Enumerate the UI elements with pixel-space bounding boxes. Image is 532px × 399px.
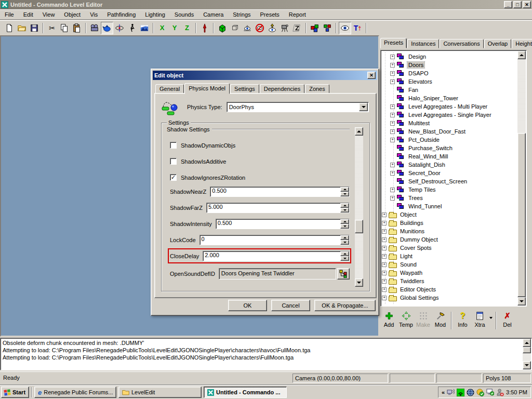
tree-item[interactable]: + Multitest bbox=[382, 119, 517, 127]
tree-item[interactable]: + Waypath bbox=[382, 269, 517, 277]
temp-button[interactable]: Temp bbox=[397, 310, 415, 328]
xtra-button[interactable]: Xtra bbox=[471, 310, 488, 328]
field-input[interactable]: 0.500 bbox=[216, 219, 350, 229]
dialog-tab[interactable]: Zones bbox=[305, 84, 329, 94]
tree-item[interactable]: + Twiddlers bbox=[382, 277, 517, 285]
checkbox[interactable]: ✓ bbox=[170, 142, 177, 149]
minimize-button[interactable]: _ bbox=[504, 1, 512, 8]
tree-item[interactable]: + Global Settings bbox=[382, 294, 517, 302]
physics-type-combobox[interactable]: DoorPhys bbox=[227, 102, 369, 112]
wireless-signal-icon[interactable] bbox=[457, 389, 464, 396]
tree-item[interactable]: + Fan bbox=[382, 86, 517, 94]
tree-item[interactable]: + Doors bbox=[382, 61, 517, 69]
checkbox[interactable]: ✓ bbox=[170, 158, 177, 165]
visibility-triangle-icon[interactable] bbox=[241, 22, 254, 34]
panel-tab[interactable]: Instances bbox=[407, 39, 439, 48]
save-icon[interactable] bbox=[28, 22, 41, 34]
eye-toggle-icon[interactable] bbox=[339, 22, 351, 34]
paste-icon[interactable] bbox=[71, 22, 83, 34]
cancel-button[interactable]: Cancel bbox=[271, 300, 310, 311]
close-button[interactable]: ✕ bbox=[523, 1, 531, 8]
log-scrollbar[interactable] bbox=[523, 339, 531, 369]
teapot-render-icon[interactable] bbox=[101, 22, 113, 34]
scroll-down-icon[interactable] bbox=[355, 278, 363, 287]
start-button[interactable]: Start bbox=[1, 387, 29, 398]
tree-item[interactable]: + Self_Destrouct_Screen bbox=[382, 177, 517, 185]
combo-dropdown-icon[interactable] bbox=[359, 103, 368, 111]
cut-icon[interactable]: ✂ bbox=[46, 22, 58, 34]
axis-z-icon[interactable]: Z bbox=[181, 22, 193, 34]
task-leveledit-folder[interactable]: LevelEdit bbox=[118, 387, 202, 398]
tree-item[interactable]: + Design bbox=[382, 52, 517, 61]
checkbox[interactable]: ✓ bbox=[170, 174, 177, 181]
scroll-up-icon[interactable] bbox=[355, 127, 363, 136]
tree-expander-icon[interactable]: + bbox=[382, 296, 387, 300]
tree-item[interactable]: + Halo_Sniper_Tower bbox=[382, 94, 517, 102]
tree-expander-icon[interactable]: + bbox=[390, 79, 395, 84]
spinner-control[interactable] bbox=[340, 187, 349, 196]
scroll-up-icon[interactable] bbox=[523, 339, 531, 347]
tree-item[interactable]: + Elevators bbox=[382, 77, 517, 86]
tree-item[interactable]: + New_Blast_Door_Fast bbox=[382, 127, 517, 136]
tree-expander-icon[interactable]: + bbox=[390, 121, 395, 126]
tree-item[interactable]: + Pct_Outside bbox=[382, 136, 517, 144]
camera-tripod-icon[interactable] bbox=[278, 22, 291, 34]
rgb-squares-icon[interactable] bbox=[321, 22, 334, 34]
menu-item[interactable]: View bbox=[38, 10, 60, 19]
del-button[interactable]: ✗Del bbox=[499, 310, 516, 328]
info-button[interactable]: ?Info bbox=[454, 310, 471, 328]
tree-expander-icon[interactable]: + bbox=[382, 287, 387, 292]
new-document-icon[interactable] bbox=[3, 22, 16, 34]
tree-expander-icon[interactable]: + bbox=[382, 212, 387, 217]
tree-item[interactable]: + Editor Objects bbox=[382, 285, 517, 294]
tree-expander-icon[interactable]: + bbox=[382, 237, 387, 242]
menu-item[interactable]: Camera bbox=[198, 10, 228, 19]
visibility-off-icon[interactable] bbox=[254, 22, 266, 34]
rgb-cubes-icon[interactable] bbox=[309, 22, 321, 34]
drop-to-ground-icon[interactable] bbox=[198, 22, 211, 34]
tree-expander-icon[interactable]: + bbox=[390, 55, 395, 59]
tree-expander-icon[interactable]: + bbox=[390, 63, 395, 68]
tree-expander-icon[interactable]: + bbox=[382, 262, 387, 267]
update-check-icon[interactable] bbox=[476, 389, 484, 396]
walk-mode-icon[interactable] bbox=[126, 22, 138, 34]
menu-item[interactable]: Vis bbox=[85, 10, 102, 19]
open-file-icon[interactable] bbox=[16, 22, 28, 34]
globe-icon[interactable] bbox=[467, 389, 474, 396]
dialog-tab[interactable]: Settings bbox=[230, 84, 259, 94]
ok-button[interactable]: OK bbox=[228, 300, 267, 311]
tree-scrollbar[interactable] bbox=[517, 51, 526, 305]
pc-update-icon[interactable] bbox=[486, 389, 494, 396]
menu-item[interactable]: Report bbox=[284, 10, 311, 19]
tree-expander-icon[interactable]: + bbox=[390, 129, 395, 134]
settings-scrollbar[interactable] bbox=[355, 127, 363, 287]
menu-item[interactable]: Edit bbox=[19, 10, 38, 19]
visibility-up-icon[interactable] bbox=[266, 22, 278, 34]
messenger-offline-icon[interactable] bbox=[496, 389, 504, 396]
field-input[interactable]: 2.000 bbox=[203, 251, 350, 261]
menu-item[interactable]: Presets bbox=[256, 10, 284, 19]
axis-x-icon[interactable]: X bbox=[156, 22, 168, 34]
vis-sector-icon[interactable] bbox=[291, 22, 303, 34]
field-input[interactable]: 0 bbox=[200, 235, 350, 245]
tree-item[interactable]: + Level Aggregates - Single Player bbox=[382, 111, 517, 119]
scroll-down-icon[interactable] bbox=[517, 297, 526, 305]
xtra-dropdown-icon[interactable] bbox=[489, 317, 493, 319]
sound-browse-button[interactable] bbox=[337, 268, 350, 280]
tree-item[interactable]: + Buildings bbox=[382, 219, 517, 227]
scroll-thumb[interactable] bbox=[517, 133, 526, 297]
tree-item[interactable]: + DSAPO bbox=[382, 69, 517, 77]
menu-item[interactable]: Pathfinding bbox=[102, 10, 140, 19]
tree-expander-icon[interactable]: + bbox=[382, 279, 387, 284]
tree-expander-icon[interactable]: + bbox=[390, 104, 395, 109]
panel-tab[interactable]: Overlap bbox=[484, 39, 512, 48]
menu-item[interactable]: File bbox=[0, 10, 19, 19]
tree-expander-icon[interactable]: + bbox=[390, 71, 395, 76]
panel-tab[interactable]: Presets bbox=[380, 38, 407, 48]
solid-cube-icon[interactable] bbox=[216, 22, 229, 34]
axis-y-icon[interactable]: Y bbox=[168, 22, 181, 34]
tree-item[interactable]: + Object bbox=[382, 210, 517, 219]
tree-item[interactable]: + Trees bbox=[382, 194, 517, 202]
dialog-tab[interactable]: General bbox=[155, 84, 184, 94]
tree-expander-icon[interactable]: + bbox=[382, 221, 387, 225]
